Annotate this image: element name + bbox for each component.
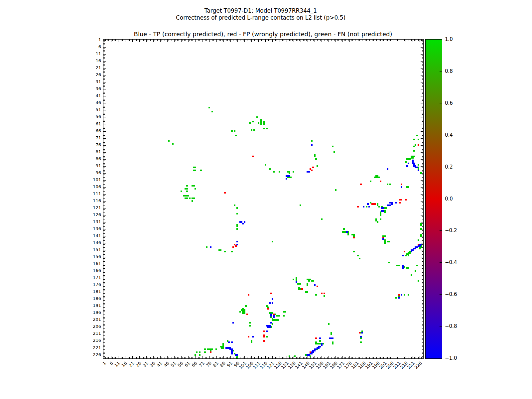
contact-cell-FN — [420, 235, 422, 237]
contact-cell-TP — [368, 206, 370, 207]
contact-cell-FN — [377, 221, 378, 223]
y-tick-label: 131 — [88, 219, 101, 224]
contact-cell-FN — [284, 311, 286, 313]
colorbar-tick-label: −0.2 — [445, 228, 457, 233]
contact-cell-TP — [269, 302, 271, 304]
colorbar-tick-label: −0.4 — [445, 260, 457, 265]
contact-cell-FN — [186, 198, 188, 199]
contact-cell-FN — [404, 294, 405, 296]
y-tick-label: 106 — [88, 185, 101, 189]
contact-cell-TP — [318, 347, 320, 349]
y-tick-label: 101 — [88, 178, 101, 182]
contact-cell-FN — [195, 167, 196, 168]
contact-cell-TP — [231, 341, 233, 343]
contact-cell-TP — [408, 163, 409, 164]
contact-cell-FP — [312, 167, 314, 168]
contact-cell-FP — [353, 237, 355, 238]
y-tick-label: 91 — [88, 164, 101, 168]
contact-cell-TP — [244, 221, 245, 223]
contact-cell-TP — [314, 284, 316, 286]
contact-cell-FN — [272, 241, 273, 242]
y-tick-label: 71 — [88, 136, 101, 140]
contact-cell-FN — [192, 200, 193, 202]
y-tick-label: 156 — [88, 254, 101, 259]
contact-cell-FN — [300, 204, 301, 206]
contact-cell-FN — [366, 206, 367, 207]
contact-cell-FN — [215, 348, 217, 350]
contact-cell-TP — [308, 171, 310, 173]
contact-cell-FP — [210, 351, 211, 353]
figure-title-line1: Target T0997-D1: Model T0997RR344_1 — [0, 7, 521, 14]
contact-cell-FN — [263, 123, 265, 125]
contact-cell-FN — [380, 214, 381, 216]
contact-cell-FN — [319, 340, 321, 342]
contact-cell-FN — [370, 181, 371, 182]
contact-cell-FN — [343, 228, 345, 230]
y-tick-label: 56 — [88, 114, 101, 119]
contact-cell-FN — [206, 246, 207, 248]
contact-cell-FP — [232, 246, 234, 248]
contact-cell-TP — [416, 167, 418, 168]
contact-cell-FN — [186, 188, 188, 190]
contact-cell-FN — [378, 206, 380, 207]
contact-cell-FN — [256, 116, 258, 118]
contact-cell-FN — [231, 130, 233, 132]
contact-cell-TP — [210, 246, 211, 248]
contact-cell-FN — [208, 107, 210, 108]
contact-cell-TP — [387, 168, 388, 170]
y-tick-label: 21 — [88, 66, 101, 70]
contact-cell-FN — [380, 218, 381, 220]
contact-cell-FN — [172, 143, 174, 145]
contact-cell-FN — [249, 122, 251, 124]
contact-cell-FN — [315, 294, 317, 296]
contact-cell-FN — [420, 228, 422, 230]
contact-cell-FP — [224, 192, 226, 194]
contact-cell-FN — [283, 315, 285, 317]
contact-cell-FN — [353, 251, 355, 252]
contact-cell-FN — [263, 128, 265, 129]
y-tick-label: 226 — [88, 352, 101, 357]
contact-cell-FP — [405, 199, 407, 200]
colorbar-tick-label: −1.0 — [445, 355, 457, 361]
contact-cell-FN — [222, 347, 224, 349]
contact-cell-FN — [245, 305, 247, 307]
contact-cell-FN — [249, 322, 251, 324]
y-tick-label: 6 — [88, 45, 101, 49]
contact-cell-FN — [211, 111, 213, 112]
contact-cell-TP — [367, 203, 369, 205]
contact-cell-FN — [196, 351, 198, 353]
y-tick-label: 146 — [88, 240, 101, 245]
contact-cell-TP — [236, 244, 238, 245]
contact-cell-FN — [199, 354, 200, 356]
contact-cell-TP — [236, 354, 238, 356]
contact-cell-FP — [267, 308, 269, 310]
contact-cell-FN — [413, 139, 415, 140]
contact-cell-FN — [385, 207, 387, 209]
contact-cell-FP — [263, 331, 265, 332]
contact-cell-FN — [195, 188, 196, 190]
contact-cell-FN — [266, 128, 268, 129]
y-tick-label: 66 — [88, 129, 101, 133]
contact-cell-FP — [321, 293, 323, 294]
contact-cell-TP — [269, 326, 271, 328]
contact-cell-FN — [234, 130, 235, 132]
contact-cell-TP — [273, 316, 275, 318]
y-tick-label: 81 — [88, 150, 101, 154]
contact-cell-FN — [413, 150, 415, 152]
y-tick-label: 201 — [88, 317, 101, 322]
contact-cell-FN — [293, 279, 294, 280]
contact-cell-FN — [195, 170, 196, 171]
contact-cell-FN — [411, 274, 412, 276]
contact-map-figure: Target T0997-D1: Model T0997RR344_1 Corr… — [0, 0, 532, 399]
contact-cell-FN — [236, 228, 238, 230]
contact-cell-FP — [248, 336, 249, 337]
contact-cell-FN — [398, 265, 400, 266]
contact-cell-TP — [319, 337, 321, 339]
y-tick-label: 151 — [88, 247, 101, 252]
y-tick-label: 31 — [88, 79, 101, 84]
contact-cell-TP — [406, 165, 408, 167]
contact-cell-FN — [193, 198, 195, 199]
y-tick-label: 221 — [88, 345, 101, 350]
y-tick-label: 171 — [88, 275, 101, 280]
colorbar-tick-label: 0.0 — [445, 196, 453, 201]
